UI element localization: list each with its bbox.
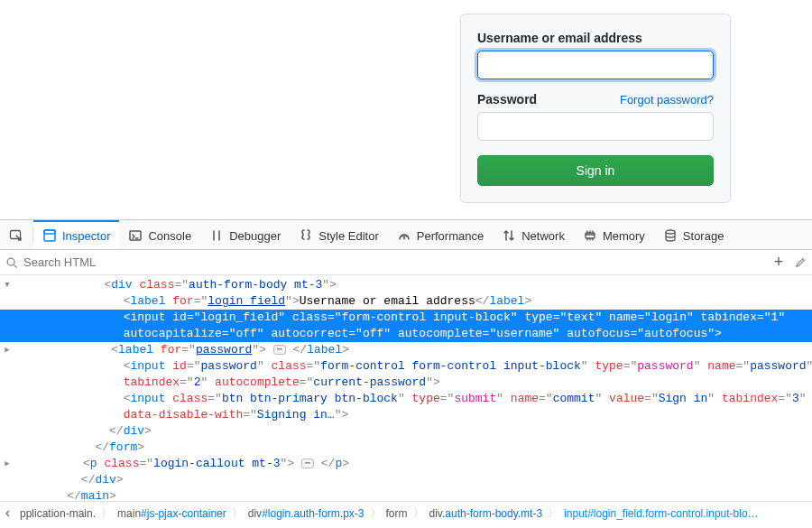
svg-point-5 [666, 230, 675, 234]
tab-label: Network [521, 229, 565, 243]
breadcrumb-item[interactable]: div#login.auth-form.px-3 [245, 507, 368, 520]
tab-performance[interactable]: Performance [388, 220, 493, 249]
html-search-row: + [0, 250, 812, 275]
tab-inspector[interactable]: Inspector [33, 220, 119, 249]
tab-console[interactable]: Console [119, 220, 200, 249]
edit-html-icon[interactable] [794, 256, 807, 269]
storage-icon [663, 228, 678, 243]
console-icon [128, 228, 143, 243]
debugger-icon [209, 228, 224, 243]
performance-icon [397, 228, 411, 243]
ellipsis-icon[interactable]: ⋯ [301, 459, 314, 468]
dom-tree[interactable]: ▾ <div class="auth-form-body mt-3"> <lab… [0, 275, 812, 501]
pick-element-button[interactable] [0, 220, 32, 249]
tab-label: Storage [683, 229, 724, 243]
breadcrumb-item[interactable]: div.auth-form-body.mt-3 [426, 507, 547, 520]
password-label: Password [477, 92, 537, 107]
svg-rect-2 [44, 230, 55, 234]
tab-label: Memory [603, 229, 645, 243]
tab-style-editor[interactable]: Style Editor [290, 220, 387, 249]
tab-label: Style Editor [318, 229, 378, 243]
tab-label: Inspector [62, 229, 110, 243]
search-html-input[interactable] [23, 255, 763, 269]
tab-network[interactable]: Network [493, 220, 574, 249]
breadcrumb-item[interactable]: main#js-pjax-container [114, 507, 230, 520]
tab-label: Performance [417, 229, 484, 243]
selected-dom-node[interactable]: <input id="login_field" class="form-cont… [0, 310, 812, 326]
tab-label: Console [148, 229, 191, 243]
svg-rect-4 [586, 233, 595, 238]
devtools-toolbar: Inspector Console Debugger Style Editor … [0, 219, 812, 250]
style-editor-icon [299, 228, 313, 243]
tab-debugger[interactable]: Debugger [200, 220, 290, 249]
tab-memory[interactable]: Memory [574, 220, 654, 249]
inspector-icon [42, 228, 57, 243]
breadcrumb-item[interactable]: pplication-main. [16, 507, 99, 520]
content-area: Username or email address Password Forgo… [0, 0, 812, 219]
breadcrumb-item-current[interactable]: input#login_field.form-control.input-blo… [560, 507, 761, 520]
element-picker-icon [9, 228, 23, 243]
tab-label: Debugger [229, 229, 281, 243]
tab-storage[interactable]: Storage [654, 220, 734, 249]
ellipsis-icon[interactable]: ⋯ [273, 345, 286, 355]
memory-icon [583, 228, 597, 243]
sign-in-button[interactable]: Sign in [477, 155, 714, 186]
breadcrumb-bar: pplication-main. 〉 main#js-pjax-containe… [0, 501, 812, 524]
add-node-button[interactable]: + [769, 253, 789, 273]
network-icon [502, 228, 516, 243]
password-input[interactable] [477, 112, 714, 141]
forgot-password-link[interactable]: Forgot password? [620, 93, 714, 107]
login-panel: Username or email address Password Forgo… [460, 14, 731, 203]
svg-rect-1 [44, 230, 55, 241]
username-input[interactable] [477, 51, 714, 79]
svg-point-6 [7, 258, 14, 265]
breadcrumb-item[interactable]: form [383, 507, 411, 520]
breadcrumb-scroll-left[interactable] [0, 509, 16, 518]
search-icon [5, 256, 18, 269]
username-label: Username or email address [477, 31, 714, 45]
